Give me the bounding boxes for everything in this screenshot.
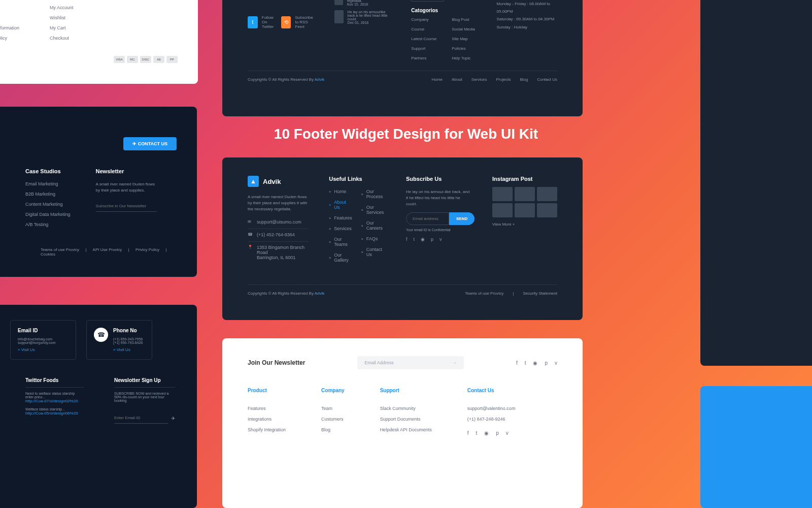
ig-thumb[interactable]: [492, 187, 513, 201]
ul-link[interactable]: »Features: [329, 215, 352, 220]
ul-link[interactable]: »FAQs: [361, 236, 386, 241]
vimeo-icon[interactable]: v: [439, 237, 442, 242]
twitter-icon[interactable]: t: [476, 430, 477, 436]
cat-link[interactable]: Social Media: [452, 27, 475, 31]
send-icon[interactable]: ✈: [171, 416, 175, 421]
case-link[interactable]: B2B Marketing: [25, 192, 71, 197]
chevron-icon: »: [361, 208, 363, 212]
link[interactable]: Delivary Information: [0, 25, 19, 30]
visit-link[interactable]: » Visit Us: [113, 347, 143, 352]
ig-thumb[interactable]: [515, 187, 535, 201]
ig-thumb[interactable]: [515, 203, 535, 217]
bot-link[interactable]: Cookies: [41, 252, 55, 257]
cat-link[interactable]: Policies: [452, 46, 475, 51]
bot-link[interactable]: Teams of use Provicy: [465, 291, 503, 296]
nav-link[interactable]: Blog: [520, 77, 528, 82]
link[interactable]: Shopify Integration: [248, 427, 286, 432]
vimeo-icon[interactable]: v: [555, 360, 557, 366]
case-link[interactable]: Content Marketing: [25, 202, 71, 207]
tag[interactable]: Communication: [411, 0, 444, 2]
case-link[interactable]: Digital Data Marketing: [25, 212, 71, 217]
rss-icon[interactable]: ⟲: [281, 16, 291, 28]
nav-link[interactable]: Services: [471, 77, 487, 82]
case-link[interactable]: Email Marketing: [25, 181, 71, 186]
nav-link[interactable]: Projects: [496, 77, 511, 82]
view-more-link[interactable]: View More: [492, 222, 512, 227]
nav-link[interactable]: Home: [432, 77, 443, 82]
bottom-nav: Home About Services Projects Blog Contac…: [432, 77, 557, 82]
contact-email[interactable]: support@valentino.com: [467, 406, 516, 411]
nav-link[interactable]: Contact Us: [537, 77, 557, 82]
twitter-icon[interactable]: t: [414, 237, 415, 242]
link[interactable]: My Account: [50, 5, 74, 10]
tweet-link[interactable]: http://Coa-05/d/design06%20: [25, 411, 84, 416]
ul-link[interactable]: »Our Careers: [361, 220, 386, 231]
ul-link[interactable]: »Our Teams: [329, 237, 352, 247]
ul-link[interactable]: »Our Services: [361, 205, 386, 215]
contact-button[interactable]: ✈ CONTACT US: [123, 137, 177, 150]
bot-link[interactable]: Privicy Policy: [136, 247, 159, 252]
link[interactable]: Checkout: [50, 36, 74, 41]
ul-link[interactable]: »Contact Us: [361, 247, 386, 257]
link[interactable]: Customers: [321, 417, 345, 422]
link[interactable]: Integrations: [248, 417, 286, 422]
cat-link[interactable]: Help Topic: [452, 56, 475, 60]
ig-thumb[interactable]: [492, 203, 513, 217]
contact-phone[interactable]: (+1) 847-248-9246: [467, 417, 516, 422]
link[interactable]: Blog: [321, 427, 345, 432]
link[interactable]: Features: [248, 406, 286, 411]
cat-link[interactable]: Blog Post: [452, 17, 475, 22]
cat-link[interactable]: Partners: [411, 56, 436, 60]
link[interactable]: My Cart: [50, 25, 74, 30]
case-link[interactable]: A/B Testing: [25, 222, 71, 227]
cat-link[interactable]: Support: [411, 46, 436, 51]
arrow-icon: →: [452, 360, 457, 365]
email-input[interactable]: [114, 412, 168, 424]
newsletter-input-box[interactable]: Email Address →: [357, 356, 464, 369]
link[interactable]: Slack Community: [380, 406, 432, 411]
link[interactable]: Team: [321, 406, 345, 411]
newsletter-input[interactable]: [96, 201, 157, 212]
link[interactable]: Wishlist: [50, 15, 74, 20]
facebook-icon[interactable]: f: [516, 360, 518, 366]
visit-link[interactable]: » Visit Us: [18, 347, 69, 352]
cat-link[interactable]: Site Map: [452, 37, 475, 41]
brand-link[interactable]: Advik: [315, 291, 325, 296]
dribbble-icon[interactable]: ◉: [533, 360, 537, 366]
cat-link[interactable]: Company: [411, 17, 436, 22]
bot-link[interactable]: Security Statement: [523, 291, 557, 296]
send-button[interactable]: SEND: [449, 212, 475, 225]
bot-link[interactable]: Teams of use Provicy: [41, 247, 79, 252]
bot-link[interactable]: API Use Provicy: [93, 247, 122, 252]
facebook-icon[interactable]: f: [467, 430, 469, 436]
ul-link[interactable]: »Our Process: [361, 189, 386, 199]
pinterest-icon[interactable]: p: [545, 360, 548, 366]
ig-thumb[interactable]: [537, 203, 557, 217]
twitter-icon[interactable]: t: [525, 360, 526, 366]
twitter-icon[interactable]: t: [248, 16, 258, 28]
cat-link[interactable]: Latest Course: [411, 37, 436, 41]
pinterest-icon[interactable]: p: [496, 430, 499, 436]
brand-link[interactable]: Advik: [315, 77, 325, 82]
facebook-icon[interactable]: f: [406, 237, 408, 242]
ul-link[interactable]: »Services: [329, 226, 352, 231]
dribbble-icon[interactable]: ◉: [421, 237, 425, 242]
link[interactable]: Helpdesk API Documents: [380, 427, 432, 432]
link[interactable]: Support Documents: [380, 417, 432, 422]
ul-link[interactable]: »Our Gallery: [329, 252, 352, 263]
dribbble-icon[interactable]: ◉: [484, 430, 489, 436]
email-input[interactable]: [406, 212, 449, 225]
mastercard-icon: MC: [127, 56, 138, 63]
tweet-link[interactable]: http://Coa-07/d/design02%20: [25, 399, 84, 403]
nav-link[interactable]: About: [452, 77, 462, 82]
link[interactable]: Careers: [0, 15, 19, 20]
link[interactable]: About Us: [0, 5, 19, 10]
email-value: support@burgundy.com: [18, 341, 69, 344]
cat-link[interactable]: Course: [411, 27, 436, 31]
vimeo-icon[interactable]: v: [506, 430, 509, 436]
pinterest-icon[interactable]: p: [431, 237, 433, 242]
ig-thumb[interactable]: [537, 187, 557, 201]
link[interactable]: Privacy Policy: [0, 36, 19, 41]
ul-link[interactable]: »Home: [329, 189, 352, 194]
ul-link-active[interactable]: »About Us: [329, 200, 352, 210]
